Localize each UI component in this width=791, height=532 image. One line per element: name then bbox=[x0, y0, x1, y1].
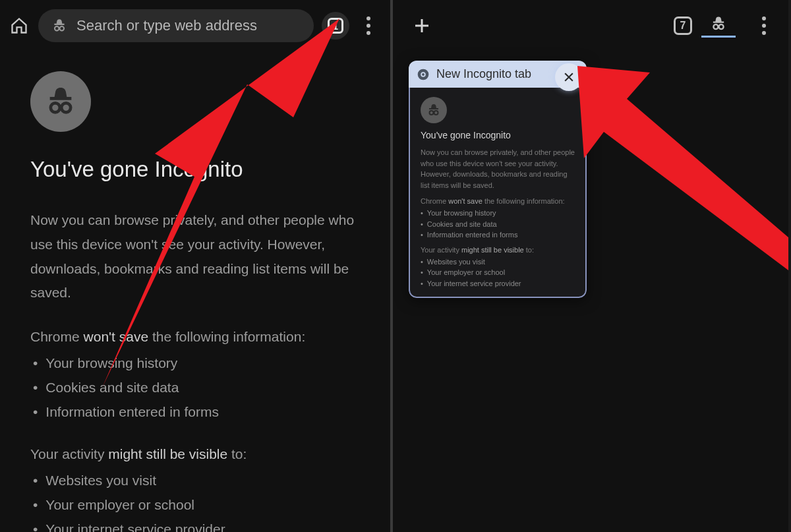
omnibox[interactable]: Search or type web address bbox=[38, 9, 314, 42]
dots-icon bbox=[762, 16, 766, 20]
list-item: Cookies and site data bbox=[33, 376, 364, 400]
annotation-arrow-right bbox=[564, 59, 788, 270]
wont-save-heading: Chrome won't save the following informat… bbox=[30, 329, 364, 345]
incognito-hero-icon bbox=[30, 71, 91, 132]
list-item: Your employer or school bbox=[33, 493, 364, 517]
svg-point-0 bbox=[55, 26, 59, 31]
intro-paragraph: Now you can browse privately, and other … bbox=[30, 208, 364, 305]
preview-headline: You've gone Incognito bbox=[421, 130, 575, 140]
list-item: Cookies and site data bbox=[421, 219, 575, 230]
tab-switcher-toolbar: 7 bbox=[393, 0, 788, 51]
home-button[interactable] bbox=[8, 15, 30, 37]
visible-heading: Your activity might still be visible to: bbox=[30, 446, 364, 462]
dots-icon bbox=[366, 16, 370, 20]
browser-incognito-screen: Search or type web address 1 You've gone… bbox=[0, 0, 393, 532]
tab-card-preview: You've gone Incognito Now you can browse… bbox=[409, 88, 587, 298]
tab-card-title: New Incognito tab bbox=[436, 67, 531, 81]
chrome-icon bbox=[417, 68, 430, 81]
list-item: Websites you visit bbox=[421, 256, 575, 268]
incognito-icon bbox=[708, 15, 729, 33]
svg-point-11 bbox=[434, 111, 438, 115]
preview-wont-save-heading: Chrome won't save the following informat… bbox=[421, 197, 575, 205]
tab-card-header: New Incognito tab bbox=[409, 61, 587, 88]
preview-visible-heading: Your activity might still be visible to: bbox=[421, 246, 575, 254]
tab-switcher-screen: 7 New Incognito tab You've gone Incognit… bbox=[393, 0, 788, 532]
overflow-menu-button[interactable] bbox=[753, 12, 775, 40]
new-tab-button[interactable] bbox=[409, 13, 435, 39]
omnibox-placeholder: Search or type web address bbox=[76, 17, 257, 34]
svg-point-10 bbox=[430, 111, 434, 115]
svg-point-9 bbox=[422, 73, 425, 76]
list-item: Your browsing history bbox=[33, 351, 364, 376]
preview-wont-save-list: Your browsing history Cookies and site d… bbox=[421, 208, 575, 241]
list-item: Information entered in forms bbox=[421, 229, 575, 241]
regular-tabs-button[interactable]: 7 bbox=[674, 16, 692, 35]
svg-point-6 bbox=[719, 24, 724, 29]
list-item: Your browsing history bbox=[421, 208, 575, 219]
incognito-content: You've gone Incognito Now you can browse… bbox=[0, 51, 390, 532]
plus-icon bbox=[412, 16, 432, 36]
incognito-icon bbox=[421, 97, 447, 123]
incognito-icon bbox=[50, 16, 69, 35]
tab-count-badge: 1 bbox=[328, 18, 343, 34]
svg-point-2 bbox=[51, 103, 60, 112]
preview-paragraph: Now you can browse privately, and other … bbox=[421, 147, 575, 191]
list-item: Your internet service provider bbox=[421, 278, 575, 289]
incognito-tabs-button[interactable] bbox=[701, 15, 736, 38]
svg-point-1 bbox=[60, 26, 65, 31]
list-item: Websites you visit bbox=[33, 469, 364, 493]
home-icon bbox=[10, 16, 28, 35]
wont-save-list: Your browsing history Cookies and site d… bbox=[33, 351, 364, 424]
page-headline: You've gone Incognito bbox=[30, 157, 364, 182]
close-tab-button[interactable] bbox=[555, 63, 583, 91]
close-icon bbox=[562, 71, 575, 84]
list-item: Your employer or school bbox=[421, 267, 575, 278]
visible-list: Websites you visit Your employer or scho… bbox=[33, 469, 364, 532]
list-item: Your internet service provider bbox=[33, 517, 364, 532]
preview-visible-list: Websites you visit Your employer or scho… bbox=[421, 256, 575, 289]
tab-card[interactable]: New Incognito tab You've gone Incognito … bbox=[409, 61, 587, 298]
tab-switcher-button[interactable]: 1 bbox=[322, 12, 349, 40]
overflow-menu-button[interactable] bbox=[357, 12, 380, 40]
toolbar: Search or type web address 1 bbox=[0, 0, 390, 51]
svg-marker-12 bbox=[577, 66, 788, 270]
list-item: Information entered in forms bbox=[33, 400, 364, 425]
svg-point-5 bbox=[713, 24, 718, 29]
svg-point-3 bbox=[61, 103, 71, 112]
